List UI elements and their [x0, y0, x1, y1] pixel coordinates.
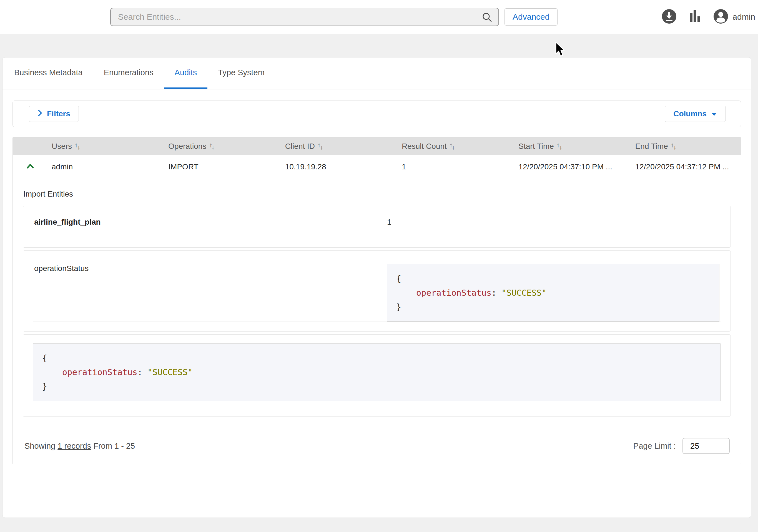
column-users[interactable]: Users ↑↓ — [41, 142, 157, 151]
top-bar: Advanced a — [0, 0, 758, 34]
page-limit-control: Page Limit : — [633, 438, 730, 454]
caret-down-icon — [711, 109, 717, 118]
audit-table-row: admin IMPORT 10.19.19.28 1 12/20/2025 04… — [13, 155, 741, 179]
advanced-search-button[interactable]: Advanced — [504, 8, 558, 25]
page-limit-label: Page Limit : — [633, 442, 676, 451]
tab-type-system[interactable]: Type System — [207, 57, 275, 89]
records-link[interactable]: 1 records — [57, 442, 91, 450]
audit-table-header: Users ↑↓ Operations ↑↓ Client ID ↑↓ Resu… — [13, 137, 741, 155]
column-result-count[interactable]: Result Count ↑↓ — [391, 142, 507, 151]
filters-button[interactable]: Filters — [29, 106, 79, 122]
sort-icon: ↑↓ — [318, 142, 323, 150]
tab-bar: Business Metadata Enumerations Audits Ty… — [3, 57, 751, 89]
page-limit-input[interactable] — [682, 438, 730, 454]
topbar-icon-cluster: admin — [661, 0, 755, 34]
bar-chart-icon[interactable] — [689, 9, 701, 25]
json-key: operationStatus — [62, 367, 137, 377]
table-footer: Showing 1 records From 1 - 25 Page Limit… — [13, 428, 741, 464]
sort-icon: ↑↓ — [75, 142, 80, 150]
cell-end-time: 12/20/2025 04:37:12 PM ... — [624, 162, 741, 171]
column-end-time[interactable]: End Time ↑↓ — [624, 142, 741, 151]
search-icon[interactable] — [482, 12, 492, 23]
chevron-right-icon — [38, 109, 43, 119]
operation-status-panel: operationStatus { operationStatus: "SUCC… — [23, 250, 731, 332]
detail-section-title: Import Entities — [23, 190, 731, 198]
audit-table: Users ↑↓ Operations ↑↓ Client ID ↑↓ Resu… — [13, 137, 741, 464]
table-toolbar: Filters Columns — [13, 100, 741, 127]
entity-type-name: airline_flight_plan — [34, 218, 387, 227]
json-value: "SUCCESS" — [148, 367, 193, 377]
attribute-name: operationStatus — [34, 264, 387, 273]
record-count-summary: Showing 1 records From 1 - 25 — [24, 442, 135, 451]
sort-icon: ↑↓ — [450, 142, 455, 150]
json-key: operationStatus — [416, 288, 492, 298]
search-input[interactable] — [110, 8, 499, 26]
tab-business-metadata[interactable]: Business Metadata — [14, 57, 93, 89]
column-start-time[interactable]: Start Time ↑↓ — [507, 142, 624, 151]
cell-users: admin — [41, 162, 157, 171]
import-entities-panel: airline_flight_plan 1 — [23, 206, 731, 248]
cell-client-id: 10.19.19.28 — [274, 162, 391, 171]
sort-icon: ↑↓ — [209, 142, 215, 150]
chevron-up-icon — [26, 162, 34, 171]
attribute-json-block: { operationStatus: "SUCCESS" } — [387, 264, 719, 322]
import-entity-row: airline_flight_plan 1 — [23, 206, 731, 238]
result-json-block: { operationStatus: "SUCCESS" } — [33, 343, 720, 401]
tab-enumerations[interactable]: Enumerations — [93, 57, 164, 89]
cell-operations: IMPORT — [157, 162, 274, 171]
cell-result-count: 1 — [391, 162, 507, 171]
entity-search — [110, 8, 499, 26]
username-label: admin — [733, 12, 755, 22]
json-value: "SUCCESS" — [501, 288, 547, 298]
main-panel: Business Metadata Enumerations Audits Ty… — [2, 57, 751, 518]
result-json-panel: { operationStatus: "SUCCESS" } — [23, 334, 731, 417]
audits-content: Filters Columns Users ↑↓ Oper — [3, 100, 751, 464]
column-client-id[interactable]: Client ID ↑↓ — [274, 142, 391, 151]
cell-start-time: 12/20/2025 04:37:10 PM ... — [507, 162, 624, 171]
entity-count: 1 — [387, 218, 719, 227]
user-menu[interactable]: admin — [713, 9, 755, 25]
user-avatar-icon — [713, 9, 729, 25]
column-operations[interactable]: Operations ↑↓ — [157, 142, 274, 151]
attribute-row: operationStatus { operationStatus: "SUCC… — [23, 251, 731, 322]
sort-icon: ↑↓ — [671, 142, 676, 150]
sort-icon: ↑↓ — [557, 142, 562, 150]
audit-row-detail: Import Entities airline_flight_plan 1 op… — [13, 179, 741, 428]
columns-button[interactable]: Columns — [665, 106, 726, 122]
tab-audits[interactable]: Audits — [164, 57, 208, 89]
download-icon[interactable] — [661, 9, 677, 25]
mouse-cursor — [555, 42, 567, 59]
collapse-row-button[interactable] — [13, 162, 41, 171]
